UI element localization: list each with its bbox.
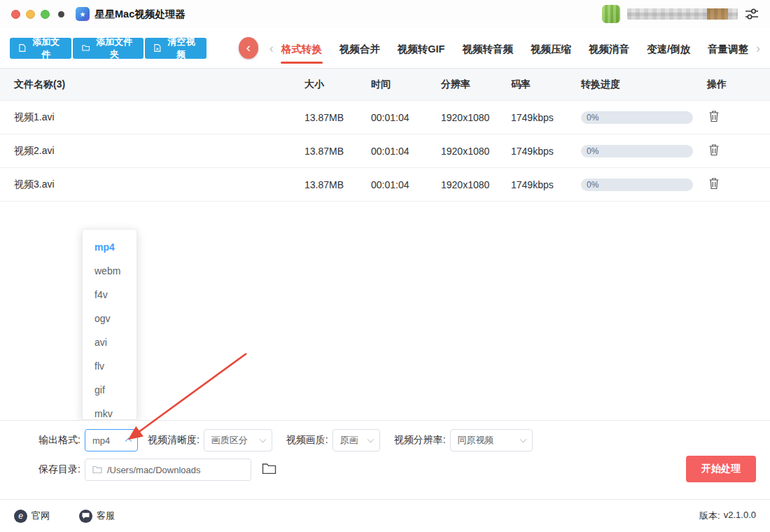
titlebar-right	[602, 5, 759, 23]
dropdown-option[interactable]: avi	[83, 330, 136, 354]
save-dir-value: /Users/mac/Downloads	[107, 465, 201, 475]
clarity-label: 视频清晰度:	[148, 434, 200, 447]
table-header: 文件名称(3) 大小 时间 分辨率 码率 转换进度 操作	[0, 69, 770, 101]
toolbar: 添加文件 添加文件夹 清空视频 ‹ ‹ 格式转换 视频合并 视频转GIF 视频转…	[0, 28, 770, 68]
tab-format-convert[interactable]: 格式转换	[281, 28, 323, 68]
cell-size: 13.87MB	[304, 146, 371, 157]
output-format-select[interactable]: mp4	[85, 429, 138, 451]
quality-value: 原画	[340, 434, 358, 447]
footer: e 官网 客服 版本: v2.1.0.0	[0, 499, 770, 532]
quality-select[interactable]: 原画	[332, 429, 380, 451]
minimize-button[interactable]	[26, 10, 35, 19]
chevron-down-icon	[519, 436, 526, 443]
titlebar: ★ 星星Mac视频处理器	[0, 0, 770, 28]
cell-time: 00:01:04	[371, 146, 441, 157]
save-dir-input[interactable]: /Users/mac/Downloads	[85, 458, 251, 481]
tab-video-to-audio[interactable]: 视频转音频	[461, 28, 514, 68]
user-name-blurred	[627, 8, 738, 20]
back-arrow-icon: ‹	[246, 41, 251, 54]
delete-row-button[interactable]	[707, 142, 721, 160]
app-logo-icon: ★	[76, 7, 90, 21]
trash-icon	[708, 110, 720, 122]
header-resolution: 分辨率	[441, 78, 511, 91]
resolution-select[interactable]: 同原视频	[450, 429, 533, 451]
add-folder-label: 添加文件夹	[94, 36, 134, 61]
clear-videos-label: 清空视频	[165, 36, 197, 61]
output-format-value: mp4	[92, 435, 110, 446]
file-icon	[19, 43, 26, 52]
dropdown-option[interactable]: webm	[83, 259, 136, 283]
close-button[interactable]	[11, 10, 20, 19]
start-processing-button[interactable]: 开始处理	[686, 456, 756, 482]
sliders-settings-icon[interactable]	[745, 8, 759, 20]
chevron-down-icon	[367, 436, 374, 443]
dropdown-option[interactable]: mkv	[83, 402, 136, 420]
chevron-up-icon	[125, 438, 132, 444]
tab-volume-adjust[interactable]: 音量调整	[707, 28, 749, 68]
resolution-value: 同原视频	[458, 434, 494, 447]
header-operation: 操作	[707, 78, 770, 91]
app-window: ★ 星星Mac视频处理器 添加文件 添加文件夹 清空视频 ‹	[0, 0, 770, 532]
back-circle-button[interactable]: ‹	[239, 37, 258, 59]
cell-resolution: 1920x1080	[441, 146, 511, 157]
dropdown-option[interactable]: flv	[83, 354, 136, 378]
browse-folder-button[interactable]	[260, 461, 278, 478]
settings-row-2: 保存目录: /Users/mac/Downloads	[38, 458, 756, 481]
clear-videos-button[interactable]: 清空视频	[145, 38, 206, 59]
folder-icon	[92, 465, 102, 474]
tabs-scroll-right[interactable]: ›	[756, 42, 760, 55]
chevron-right-icon: ›	[756, 41, 760, 55]
progress-bar: 0%	[581, 178, 693, 191]
delete-row-button[interactable]	[707, 108, 721, 126]
save-dir-label: 保存目录:	[38, 463, 80, 476]
cell-bitrate: 1749kbps	[511, 146, 581, 157]
dropdown-option[interactable]: gif	[83, 378, 136, 402]
traffic-lights	[11, 10, 64, 19]
version-label: 版本:	[699, 510, 720, 522]
tab-video-to-gif[interactable]: 视频转GIF	[397, 28, 446, 68]
site-glyph: e	[18, 511, 23, 521]
table-row: 视频2.avi 13.87MB 00:01:04 1920x1080 1749k…	[0, 134, 770, 168]
folder-open-icon	[262, 463, 276, 475]
clarity-select[interactable]: 画质区分	[204, 429, 272, 451]
tabs-scroll-left[interactable]: ‹	[270, 42, 274, 55]
tab-speed-reverse[interactable]: 变速/倒放	[646, 28, 691, 68]
add-file-button[interactable]: 添加文件	[10, 38, 71, 59]
tab-video-mute[interactable]: 视频消音	[588, 28, 630, 68]
star-icon: ★	[80, 10, 86, 18]
app-identity: ★ 星星Mac视频处理器	[76, 7, 186, 21]
cell-size: 13.87MB	[304, 112, 371, 123]
official-site-link[interactable]: e 官网	[14, 510, 50, 523]
official-site-icon: e	[14, 510, 27, 523]
header-time: 时间	[371, 78, 441, 91]
add-file-label: 添加文件	[30, 36, 62, 61]
cell-filename: 视频1.avi	[0, 111, 304, 124]
output-settings-panel: 输出格式: mp4 视频清晰度: 画质区分 视频画质: 原画 视频分辨率: 同原…	[0, 420, 770, 499]
table-row: 视频3.avi 13.87MB 00:01:04 1920x1080 1749k…	[0, 168, 770, 202]
tab-video-merge[interactable]: 视频合并	[339, 28, 381, 68]
cell-filename: 视频3.avi	[0, 178, 304, 191]
dropdown-option[interactable]: f4v	[83, 283, 136, 307]
progress-bar: 0%	[581, 145, 693, 158]
official-site-label: 官网	[31, 510, 50, 522]
tab-bar: 格式转换 视频合并 视频转GIF 视频转音频 视频压缩 视频消音 变速/倒放 音…	[281, 28, 749, 68]
app-title: 星星Mac视频处理器	[94, 8, 186, 21]
cell-filename: 视频2.avi	[0, 145, 304, 158]
user-avatar[interactable]	[602, 5, 620, 23]
support-link[interactable]: 客服	[79, 510, 115, 523]
delete-row-button[interactable]	[707, 176, 721, 193]
version-value: v2.1.0.0	[724, 510, 756, 522]
header-progress: 转换进度	[581, 78, 707, 91]
tab-video-compress[interactable]: 视频压缩	[530, 28, 572, 68]
dropdown-option[interactable]: mp4	[83, 235, 136, 259]
add-folder-button[interactable]: 添加文件夹	[73, 38, 144, 59]
dropdown-option[interactable]: ogv	[83, 307, 136, 330]
chevron-down-icon	[259, 436, 266, 443]
settings-row-1: 输出格式: mp4 视频清晰度: 画质区分 视频画质: 原画 视频分辨率: 同原…	[38, 429, 756, 451]
resolution-label: 视频分辨率:	[394, 434, 446, 447]
zoom-button[interactable]	[41, 10, 50, 19]
cell-time: 00:01:04	[371, 112, 441, 123]
cell-bitrate: 1749kbps	[511, 112, 581, 123]
version-info: 版本: v2.1.0.0	[699, 510, 756, 522]
trash-icon	[708, 144, 720, 156]
